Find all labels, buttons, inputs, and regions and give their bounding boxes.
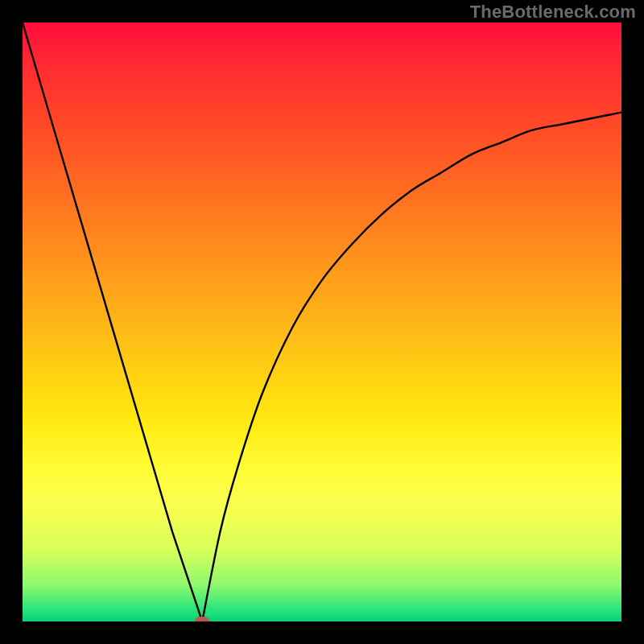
curve-layer: [23, 23, 621, 621]
watermark-text: TheBottleneck.com: [470, 2, 636, 23]
minimum-marker: [195, 617, 209, 621]
curve-left-branch: [23, 23, 202, 621]
curve-right-branch: [202, 113, 621, 621]
chart-frame: TheBottleneck.com: [0, 0, 644, 644]
plot-area: [23, 23, 621, 621]
